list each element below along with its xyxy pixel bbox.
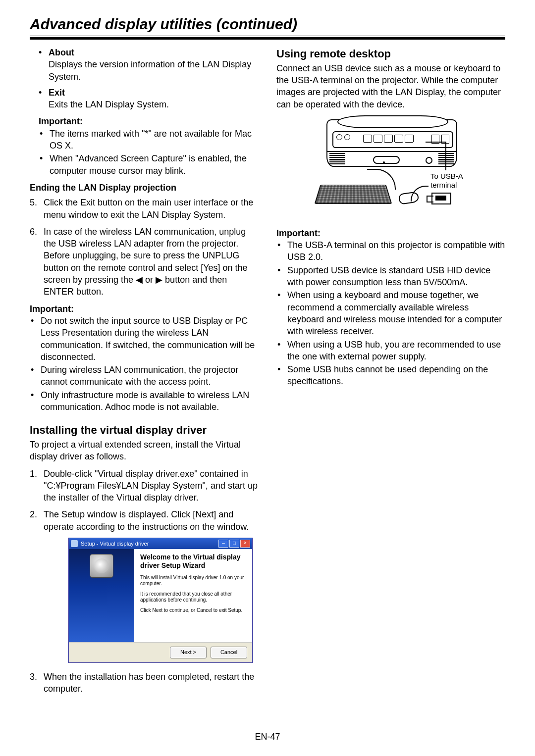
dialog-welcome: Welcome to the Virtual display driver Se… bbox=[140, 553, 246, 570]
list-item: Some USB hubs cannot be used depending o… bbox=[276, 363, 505, 388]
list-item: Do not switch the input source to USB Di… bbox=[30, 315, 259, 363]
minimize-button[interactable]: – bbox=[218, 540, 228, 548]
dialog-main: Welcome to the Virtual display driver Se… bbox=[134, 549, 252, 642]
about-label: About bbox=[49, 48, 74, 57]
step-number: 6. bbox=[30, 226, 37, 238]
exit-item: Exit Exits the LAN Display System. bbox=[30, 87, 259, 111]
dialog-footer: Next > Cancel bbox=[69, 642, 252, 662]
two-column-layout: About Displays the version information o… bbox=[30, 47, 505, 700]
port-label-line2: terminal bbox=[430, 181, 457, 189]
usb-dongle-icon bbox=[431, 193, 451, 204]
setup-wizard-dialog: Setup - Virtual display driver – □ × Wel… bbox=[68, 538, 253, 663]
left-column: About Displays the version information o… bbox=[30, 47, 259, 700]
step-text: Click the Exit button on the main user i… bbox=[44, 198, 253, 219]
list-item: The USB-A terminal on this projector is … bbox=[276, 239, 505, 263]
page-number: EN-47 bbox=[0, 732, 535, 742]
dialog-side-panel bbox=[69, 549, 134, 642]
remote-desktop-intro: Connect an USB device such as a mouse or… bbox=[276, 62, 505, 110]
list-item: 1. Double-click "Virtual display driver.… bbox=[30, 468, 259, 504]
exit-text: Exits the LAN Display System. bbox=[49, 99, 259, 110]
document-page: Advanced display utilities (continued) A… bbox=[0, 0, 535, 756]
mouse-icon bbox=[399, 193, 427, 206]
list-item: The items marked with "*" are not availa… bbox=[39, 128, 259, 152]
important-2-list: Do not switch the input source to USB Di… bbox=[30, 315, 259, 413]
maximize-button[interactable]: □ bbox=[229, 540, 239, 548]
projector-icon bbox=[326, 119, 457, 167]
close-button[interactable]: × bbox=[240, 540, 250, 548]
list-item: Supported USB device is standard USB HID… bbox=[276, 264, 505, 289]
list-item: 3. When the installation has been comple… bbox=[30, 671, 259, 695]
remote-desktop-diagram: To USB-A terminal bbox=[307, 114, 475, 218]
ending-steps: 5. Click the Exit button on the main use… bbox=[30, 197, 259, 298]
step-text: When the installation has been completed… bbox=[44, 672, 254, 694]
install-heading: Installing the virtual display driver bbox=[30, 423, 259, 438]
list-item: Only infrastructure mode is available to… bbox=[30, 389, 259, 413]
remote-desktop-heading: Using remote desktop bbox=[276, 47, 505, 61]
about-item: About Displays the version information o… bbox=[30, 47, 259, 83]
list-item: When "Advanced Screen Capture" is enable… bbox=[39, 152, 259, 177]
section-title: Advanced display utilities (continued) bbox=[30, 16, 505, 33]
feature-list: About Displays the version information o… bbox=[30, 47, 259, 110]
important-block-1: Important: The items marked with "*" are… bbox=[30, 115, 259, 176]
step-text: The Setup window is displayed. Click [Ne… bbox=[44, 509, 249, 531]
cancel-button[interactable]: Cancel bbox=[211, 647, 247, 658]
install-steps: 1. Double-click "Virtual display driver.… bbox=[30, 468, 259, 533]
important-label: Important: bbox=[276, 227, 505, 239]
keyboard-icon bbox=[318, 179, 387, 206]
dialog-text: This will install Virtual display driver… bbox=[140, 575, 246, 587]
next-button[interactable]: Next > bbox=[170, 647, 207, 658]
install-step-3: 3. When the installation has been comple… bbox=[30, 671, 259, 695]
important-1-list: The items marked with "*" are not availa… bbox=[39, 128, 259, 177]
dialog-text: It is recommended that you close all oth… bbox=[140, 591, 246, 604]
important-label: Important: bbox=[30, 303, 259, 315]
dialog-titlebar: Setup - Virtual display driver – □ × bbox=[69, 538, 252, 549]
dialog-body: Welcome to the Virtual display driver Se… bbox=[69, 549, 252, 642]
step-text: Double-click "Virtual display driver.exe… bbox=[44, 469, 258, 503]
exit-label: Exit bbox=[49, 88, 65, 98]
step-text: In case of the wireless LAN communicatio… bbox=[44, 227, 248, 297]
install-intro: To project a virtual extended screen, in… bbox=[30, 439, 259, 463]
remote-important-list: The USB-A terminal on this projector is … bbox=[276, 239, 505, 388]
port-label: To USB-A terminal bbox=[430, 172, 463, 190]
important-label: Important: bbox=[39, 115, 259, 127]
list-item: When using a USB hub, you are recommende… bbox=[276, 339, 505, 363]
step-number: 2. bbox=[30, 508, 37, 520]
dialog-title: Setup - Virtual display driver bbox=[81, 540, 149, 548]
step-number: 1. bbox=[30, 468, 37, 480]
about-text: Displays the version information of the … bbox=[49, 58, 259, 83]
list-item: 5. Click the Exit button on the main use… bbox=[30, 197, 259, 221]
installer-disc-icon bbox=[90, 554, 113, 578]
list-item: 2. The Setup window is displayed. Click … bbox=[30, 508, 259, 533]
list-item: 6. In case of the wireless LAN communica… bbox=[30, 226, 259, 298]
app-icon bbox=[71, 540, 78, 547]
step-number: 5. bbox=[30, 197, 37, 208]
step-number: 3. bbox=[30, 671, 37, 683]
right-column: Using remote desktop Connect an USB devi… bbox=[276, 47, 505, 700]
title-rule bbox=[30, 36, 505, 40]
dialog-text: Click Next to continue, or Cancel to exi… bbox=[140, 607, 246, 614]
list-item: During wireless LAN communication, the p… bbox=[30, 364, 259, 388]
list-item: When using a keyboard and mouse together… bbox=[276, 289, 505, 337]
port-label-line1: To USB-A bbox=[430, 172, 463, 180]
ending-heading: Ending the LAN Display projection bbox=[30, 182, 259, 194]
